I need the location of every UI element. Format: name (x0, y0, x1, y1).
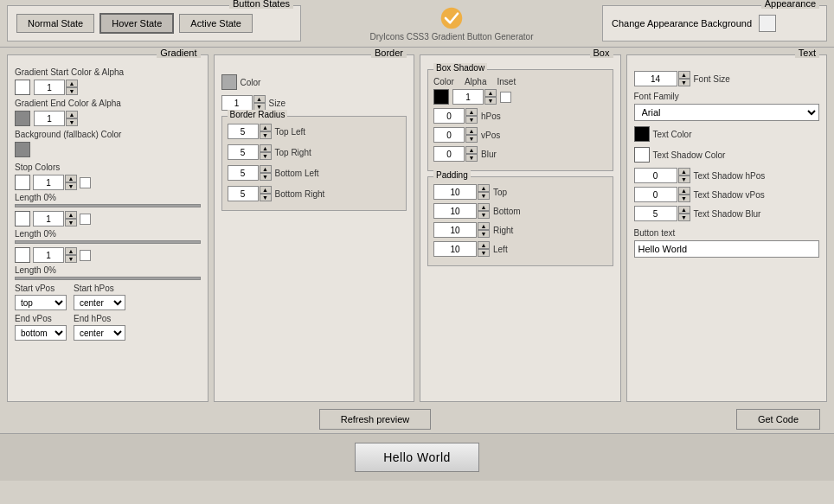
border-size-up[interactable]: ▲ (253, 95, 266, 103)
text-shadow-blur-up[interactable]: ▲ (678, 206, 690, 214)
stop-alpha-down-1[interactable]: ▼ (65, 182, 77, 190)
padding-top-down[interactable]: ▼ (478, 192, 490, 200)
vpos-field[interactable]: 0 (433, 127, 465, 143)
padding-top-field[interactable]: 10 (433, 184, 477, 200)
stop-checkbox-2[interactable] (80, 214, 91, 225)
text-shadow-vpos-field[interactable]: 0 (634, 187, 677, 202)
padding-left-down[interactable]: ▼ (478, 249, 490, 257)
border-color-swatch[interactable] (221, 74, 237, 90)
bg-color-swatch[interactable] (15, 142, 30, 157)
bottom-left-up[interactable]: ▲ (260, 165, 272, 173)
blur-down[interactable]: ▼ (465, 154, 478, 162)
bottom-left-down[interactable]: ▼ (260, 173, 272, 181)
top-left-up[interactable]: ▲ (260, 124, 272, 131)
preview-button[interactable]: Hello World (355, 443, 479, 472)
slider-track-1[interactable] (15, 204, 201, 207)
end-alpha-field[interactable]: 1 (34, 111, 65, 126)
padding-right-up[interactable]: ▲ (478, 222, 490, 230)
text-color-swatch[interactable] (634, 126, 650, 142)
bottom-left-field[interactable]: 5 (228, 165, 259, 181)
start-alpha-field[interactable]: 1 (34, 80, 65, 95)
blur-field[interactable]: 0 (433, 146, 465, 162)
stop-alpha-up-1[interactable]: ▲ (65, 175, 77, 182)
stop-alpha-field-1[interactable]: 1 (33, 175, 64, 190)
end-alpha-down[interactable]: ▼ (66, 118, 78, 126)
hover-state-button[interactable]: Hover State (99, 13, 174, 34)
end-vpos-select[interactable]: bottom top center (15, 325, 67, 341)
top-right-up[interactable]: ▲ (260, 144, 272, 152)
padding-left-up[interactable]: ▲ (478, 241, 490, 249)
stop-alpha-down-2[interactable]: ▼ (65, 219, 77, 226)
end-color-swatch[interactable] (15, 111, 30, 126)
top-right-down[interactable]: ▼ (260, 152, 272, 160)
start-alpha-down[interactable]: ▼ (66, 87, 78, 95)
stop-alpha-down-3[interactable]: ▼ (65, 255, 77, 263)
shadow-alpha-down[interactable]: ▼ (484, 97, 497, 105)
padding-bottom-down[interactable]: ▼ (478, 211, 490, 219)
stop-swatch-2[interactable] (15, 211, 30, 226)
font-size-down[interactable]: ▼ (678, 79, 690, 86)
slider-track-2[interactable] (15, 240, 201, 244)
bottom-right-up[interactable]: ▲ (260, 186, 272, 194)
stop-swatch-1[interactable] (15, 175, 30, 190)
text-shadow-blur-input: 5 ▲ ▼ (634, 206, 690, 221)
vpos-up[interactable]: ▲ (465, 127, 478, 135)
start-hpos-select[interactable]: center left right (74, 295, 125, 310)
padding-left-field[interactable]: 10 (433, 241, 477, 257)
stop-alpha-field-2[interactable]: 1 (33, 211, 64, 226)
stop-alpha-up-2[interactable]: ▲ (65, 211, 77, 219)
start-color-swatch[interactable] (15, 80, 30, 95)
font-size-up[interactable]: ▲ (678, 71, 690, 79)
top-left-field[interactable]: 5 (228, 124, 259, 139)
text-shadow-hpos-field[interactable]: 0 (634, 168, 677, 183)
text-shadow-color-swatch[interactable] (634, 147, 650, 163)
bottom-right-down[interactable]: ▼ (260, 194, 272, 201)
shadow-inset-header: Inset (497, 77, 516, 86)
border-color-label: Color (241, 78, 261, 87)
font-size-field[interactable]: 14 (634, 71, 677, 86)
padding-right-down[interactable]: ▼ (478, 230, 490, 238)
stop-checkbox-1[interactable] (80, 177, 91, 188)
padding-bottom-field[interactable]: 10 (433, 203, 477, 219)
start-alpha-up[interactable]: ▲ (66, 80, 78, 87)
shadow-alpha-field[interactable]: 1 (452, 89, 484, 105)
end-alpha-up[interactable]: ▲ (66, 111, 78, 118)
stop-alpha-up-3[interactable]: ▲ (65, 247, 77, 255)
stop-swatch-3[interactable] (15, 247, 30, 263)
text-shadow-hpos-up[interactable]: ▲ (678, 168, 690, 175)
slider-track-3[interactable] (15, 277, 201, 280)
hpos-field[interactable]: 0 (433, 108, 465, 124)
shadow-color-swatch[interactable] (433, 89, 449, 105)
border-size-field[interactable]: 1 (221, 95, 253, 111)
vpos-down[interactable]: ▼ (465, 135, 478, 143)
stop-alpha-field-3[interactable]: 1 (33, 247, 64, 263)
top-left-down[interactable]: ▼ (260, 131, 272, 139)
font-family-select[interactable]: Arial Helvetica Times New Roman Georgia … (634, 104, 820, 121)
blur-up[interactable]: ▲ (465, 146, 478, 154)
shadow-alpha-up[interactable]: ▲ (484, 89, 497, 97)
stop-checkbox-3[interactable] (80, 250, 91, 261)
text-shadow-blur-down[interactable]: ▼ (678, 214, 690, 221)
text-shadow-hpos-down[interactable]: ▼ (678, 175, 690, 183)
text-shadow-blur-field[interactable]: 5 (634, 206, 677, 221)
top-right-field[interactable]: 5 (228, 144, 259, 160)
get-code-button[interactable]: Get Code (736, 409, 820, 430)
appearance-color-swatch[interactable] (759, 15, 776, 32)
end-hpos-select[interactable]: center left right (74, 325, 125, 341)
shadow-inset-checkbox[interactable] (500, 92, 511, 103)
normal-state-button[interactable]: Normal State (16, 14, 94, 33)
padding-right-field[interactable]: 10 (433, 222, 477, 238)
start-vpos-select[interactable]: top center bottom (15, 295, 67, 310)
text-shadow-vpos-down[interactable]: ▼ (678, 195, 690, 202)
preview-area: Hello World (0, 433, 834, 481)
padding-top-up[interactable]: ▲ (478, 184, 490, 192)
padding-bottom-up[interactable]: ▲ (478, 203, 490, 211)
button-text-field[interactable]: Hello World (634, 240, 820, 258)
hpos-up[interactable]: ▲ (465, 108, 478, 116)
text-shadow-vpos-up[interactable]: ▲ (678, 187, 690, 195)
refresh-preview-button[interactable]: Refresh preview (319, 409, 431, 430)
hpos-down[interactable]: ▼ (465, 116, 478, 124)
top-left-input: 5 ▲ ▼ (228, 124, 272, 139)
active-state-button[interactable]: Active State (179, 14, 253, 33)
bottom-right-field[interactable]: 5 (228, 186, 259, 201)
